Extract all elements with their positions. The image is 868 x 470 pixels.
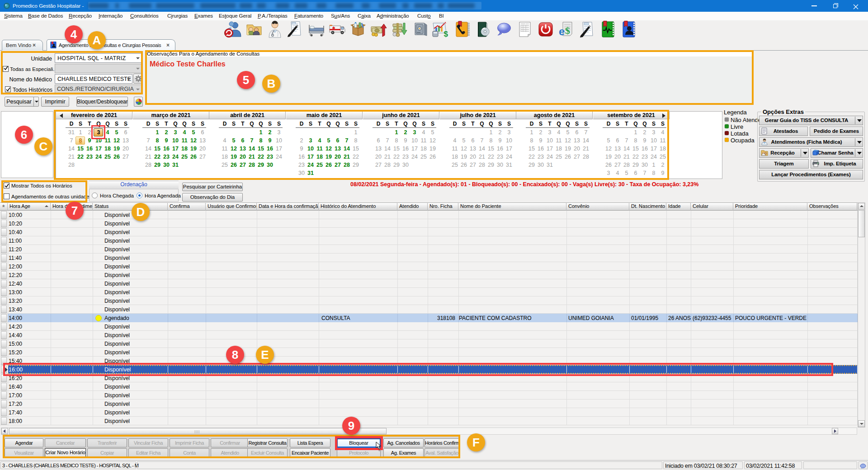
svg-text:e: e	[559, 25, 565, 38]
svg-text:$: $	[565, 25, 570, 36]
svg-text:$: $	[444, 30, 448, 38]
